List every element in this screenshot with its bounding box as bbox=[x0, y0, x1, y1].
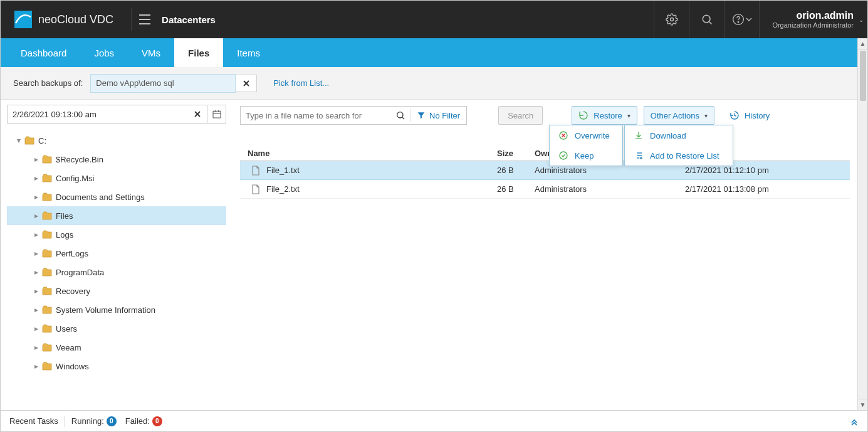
tree-folder[interactable]: ▸Documents and Settings bbox=[7, 187, 226, 206]
expand-icon[interactable]: ▸ bbox=[32, 362, 41, 371]
app-title: neoCloud VDC bbox=[38, 13, 113, 26]
folder-icon bbox=[42, 155, 52, 164]
restore-date-input[interactable] bbox=[8, 110, 188, 119]
search-icon bbox=[395, 110, 405, 120]
tree-folder[interactable]: ▸System Volume Information bbox=[7, 300, 226, 319]
filter-button[interactable]: No Filter bbox=[410, 111, 466, 120]
expand-icon[interactable]: ▸ bbox=[32, 174, 41, 182]
scroll-up[interactable]: ▲ bbox=[858, 38, 867, 50]
folder-icon bbox=[42, 249, 52, 258]
tree-folder[interactable]: ▸Veeam bbox=[7, 338, 226, 357]
calendar-button[interactable] bbox=[207, 105, 226, 123]
tree-folder[interactable]: ▸Files bbox=[7, 206, 226, 225]
tree-folder[interactable]: ▸Windows bbox=[7, 357, 226, 376]
expand-icon[interactable]: ▸ bbox=[32, 305, 41, 314]
search-icon bbox=[701, 13, 713, 26]
filter-icon bbox=[417, 111, 426, 120]
folder-icon bbox=[42, 343, 52, 352]
help-button[interactable] bbox=[724, 1, 759, 38]
file-search-box[interactable]: No Filter bbox=[240, 106, 467, 125]
user-menu[interactable]: orion.admin Organization Administrator ⌄ bbox=[759, 1, 867, 38]
nav-datacenters[interactable]: Datacenters bbox=[162, 14, 216, 25]
restore-point-selector[interactable] bbox=[7, 105, 226, 124]
other-actions-button[interactable]: Other Actions ▾ bbox=[644, 106, 714, 125]
menu-icon[interactable] bbox=[138, 12, 153, 27]
expand-icon[interactable]: ▸ bbox=[32, 324, 41, 333]
file-search-input[interactable] bbox=[241, 111, 391, 120]
restore-icon bbox=[578, 110, 588, 120]
svg-point-4 bbox=[738, 22, 738, 23]
add-restore-list-action[interactable]: Add to Restore List bbox=[625, 145, 733, 166]
tree-folder[interactable]: ▸Recovery bbox=[7, 282, 226, 300]
app-header: neoCloud VDC Datacenters orion.admin Org… bbox=[1, 1, 867, 38]
restore-overwrite[interactable]: Overwrite bbox=[550, 125, 622, 145]
expand-icon[interactable]: ▸ bbox=[32, 343, 41, 352]
tab-files[interactable]: Files bbox=[174, 38, 223, 67]
close-icon bbox=[194, 110, 201, 118]
expand-icon[interactable]: ▸ bbox=[32, 249, 41, 258]
brand-logo: neoCloud VDC bbox=[1, 11, 125, 28]
tree-folder[interactable]: ▸Config.Msi bbox=[7, 169, 226, 187]
backup-target-field[interactable] bbox=[90, 74, 236, 93]
recent-tasks-label[interactable]: Recent Tasks bbox=[9, 416, 58, 426]
folder-label: Documents and Settings bbox=[56, 192, 145, 202]
backup-target-input[interactable] bbox=[91, 78, 235, 88]
folder-label: PerfLogs bbox=[56, 249, 88, 258]
tab-items[interactable]: Items bbox=[223, 38, 274, 67]
svg-line-2 bbox=[709, 22, 712, 24]
tab-dashboard[interactable]: Dashboard bbox=[7, 38, 80, 67]
expand-icon[interactable]: ▸ bbox=[32, 211, 41, 220]
tree-folder[interactable]: ▸Logs bbox=[7, 225, 226, 244]
chevron-up-double-icon bbox=[850, 417, 859, 426]
expand-icon[interactable]: ▸ bbox=[32, 192, 41, 201]
folder-label: Files bbox=[56, 211, 73, 221]
gear-icon bbox=[666, 13, 678, 26]
search-button[interactable] bbox=[689, 1, 724, 38]
failed-count: 0 bbox=[152, 416, 162, 426]
expand-icon[interactable]: ▸ bbox=[32, 230, 41, 239]
keep-icon bbox=[558, 150, 568, 161]
tree-folder[interactable]: ▸$Recycle.Bin bbox=[7, 150, 226, 169]
expand-tasks-button[interactable] bbox=[850, 417, 859, 426]
file-date: 2/17/2021 01:13:08 pm bbox=[685, 184, 850, 194]
file-panel: No Filter Search Restore ▾ Other Actio bbox=[233, 100, 857, 410]
folder-icon bbox=[42, 192, 52, 201]
col-name[interactable]: Name bbox=[240, 149, 497, 158]
expand-icon[interactable]: ▸ bbox=[32, 268, 41, 277]
tree-root-label: C: bbox=[38, 136, 46, 145]
col-size[interactable]: Size bbox=[497, 149, 535, 158]
folder-icon bbox=[42, 230, 52, 239]
tree-folder[interactable]: ▸ProgramData bbox=[7, 263, 226, 282]
restore-keep[interactable]: Keep bbox=[550, 145, 622, 166]
other-actions-label: Other Actions bbox=[651, 111, 699, 120]
list-add-icon bbox=[634, 150, 644, 161]
tab-vms[interactable]: VMs bbox=[128, 38, 174, 67]
tree-folder[interactable]: ▸PerfLogs bbox=[7, 244, 226, 263]
search-label: Search backups of: bbox=[9, 78, 83, 88]
scrollbar[interactable]: ▲ ▼ bbox=[857, 38, 867, 410]
collapse-icon[interactable]: ▾ bbox=[14, 136, 23, 145]
pick-from-list-link[interactable]: Pick from List... bbox=[273, 78, 329, 88]
search-button[interactable]: Search bbox=[498, 106, 543, 125]
scroll-thumb[interactable] bbox=[860, 51, 866, 101]
file-search-button[interactable] bbox=[391, 110, 410, 120]
table-row[interactable]: File_1.txt26 BAdministrators2/17/2021 01… bbox=[240, 161, 850, 180]
expand-icon[interactable]: ▸ bbox=[32, 155, 41, 164]
tree-folder[interactable]: ▸Users bbox=[7, 319, 226, 338]
chevron-down-icon: ▾ bbox=[704, 112, 708, 119]
history-button[interactable]: History bbox=[729, 110, 770, 120]
clear-button[interactable] bbox=[236, 75, 257, 92]
settings-button[interactable] bbox=[654, 1, 689, 38]
expand-icon[interactable]: ▸ bbox=[32, 287, 41, 295]
file-size: 26 B bbox=[497, 166, 535, 175]
history-icon bbox=[729, 110, 740, 120]
tree-root[interactable]: ▾ C: bbox=[7, 131, 226, 150]
chevron-down-icon bbox=[746, 16, 752, 23]
scroll-down[interactable]: ▼ bbox=[858, 399, 867, 410]
restore-button[interactable]: Restore ▾ bbox=[572, 106, 637, 125]
download-action[interactable]: Download bbox=[625, 125, 733, 145]
clear-date-button[interactable] bbox=[188, 105, 207, 123]
tab-jobs[interactable]: Jobs bbox=[80, 38, 128, 67]
table-row[interactable]: File_2.txt26 BAdministrators2/17/2021 01… bbox=[240, 180, 850, 199]
file-owner: Administrators bbox=[535, 184, 685, 194]
